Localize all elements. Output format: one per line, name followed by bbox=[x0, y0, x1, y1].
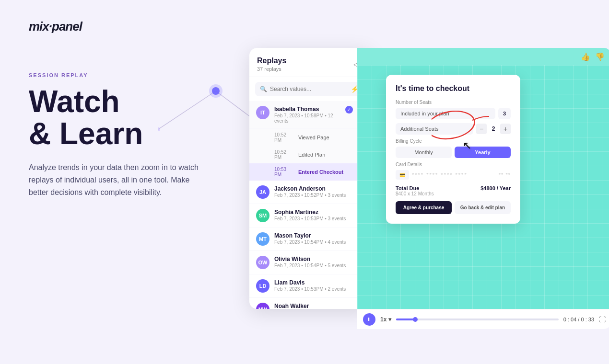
avatar: OW bbox=[256, 256, 269, 269]
user-name: Liam Davis bbox=[274, 279, 353, 286]
purchase-button[interactable]: Agree & purchase bbox=[396, 201, 452, 214]
list-item[interactable]: JA Jackson Anderson Feb 7, 2023 • 10:52P… bbox=[249, 181, 369, 204]
sidebar-header: Replays 37 replays ◁ bbox=[249, 48, 369, 77]
event-name: Viewed Page bbox=[298, 135, 329, 140]
user-info: Liam Davis Feb 7, 2023 • 10:53PM • 2 eve… bbox=[274, 279, 353, 292]
user-name: Noah Walker bbox=[274, 303, 353, 309]
user-meta: Feb 7, 2023 • 10:54PM • 5 events bbox=[274, 263, 353, 268]
list-item[interactable]: OW Olivia Wilson Feb 7, 2023 • 10:54PM •… bbox=[249, 251, 369, 274]
additional-row: Additional Seats − 2 + bbox=[396, 123, 511, 135]
total-label: Total Due bbox=[396, 185, 434, 191]
event-time: 10:53 PM bbox=[274, 167, 294, 177]
progress-dot bbox=[413, 317, 418, 322]
total-price: $4800 / Year bbox=[480, 185, 511, 191]
search-input[interactable] bbox=[270, 86, 348, 92]
avatar: IT bbox=[256, 106, 269, 119]
event-row[interactable]: 10:52 PM Viewed Page bbox=[249, 129, 369, 146]
user-name: Sophia Martinez bbox=[274, 209, 353, 216]
progress-fill bbox=[396, 318, 416, 320]
card-icon: 💳 bbox=[396, 170, 409, 180]
avatar: JA bbox=[256, 185, 269, 199]
event-row[interactable]: 10:52 PM Edited Plan bbox=[249, 146, 369, 163]
increment-button[interactable]: + bbox=[500, 124, 511, 134]
replay-content: It's time to checkout Number of Seats In… bbox=[357, 65, 609, 309]
card-number-placeholder: **** **** **** **** bbox=[412, 172, 496, 178]
user-name: Olivia Wilson bbox=[274, 256, 353, 262]
card-row: 💳 **** **** **** **** ** ** bbox=[396, 170, 511, 180]
user-info: Isabella Thomas Feb 7, 2023 • 10:58PM • … bbox=[274, 106, 340, 124]
avatar: SM bbox=[256, 209, 269, 222]
card-expiry: ** ** bbox=[499, 172, 511, 178]
additional-field: Additional Seats bbox=[396, 123, 473, 135]
edit-plan-button[interactable]: Go back & edit plan bbox=[455, 201, 511, 214]
avatar: MT bbox=[256, 232, 269, 246]
playback-bar: ⏸ 1x ▾ 0 : 04 / 0 : 33 ⛶ bbox=[357, 309, 609, 329]
user-name: Jackson Anderson bbox=[274, 185, 353, 192]
pause-button[interactable]: ⏸ bbox=[363, 313, 375, 326]
card-label: Card Details bbox=[396, 162, 511, 167]
checkout-title: It's time to checkout bbox=[396, 84, 511, 93]
decrement-button[interactable]: − bbox=[476, 124, 487, 134]
user-meta: Feb 7, 2023 • 10:52PM • 3 events bbox=[274, 193, 353, 198]
list-item[interactable]: NW Noah Walker Feb 7, 2023 • 10:54PM • 3… bbox=[249, 298, 369, 309]
sidebar-count: 37 replays bbox=[257, 66, 286, 72]
monthly-option[interactable]: Monthly bbox=[396, 147, 452, 158]
event-name: Entered Checkout bbox=[298, 169, 343, 175]
right-panel: Replays 37 replays ◁ 🔍 ⚡ IT Isabella Tho… bbox=[245, 0, 609, 364]
user-info: Sophia Martinez Feb 7, 2023 • 10:53PM • … bbox=[274, 209, 353, 221]
included-count: 3 bbox=[498, 108, 511, 119]
included-field: Included in your plan bbox=[396, 108, 495, 119]
user-meta: Feb 7, 2023 • 10:58PM • 12 events bbox=[274, 113, 340, 124]
user-meta: Feb 7, 2023 • 10:53PM • 2 events bbox=[274, 286, 353, 292]
total-sub: $400 x 12 Months bbox=[396, 191, 434, 196]
replay-sidebar: Replays 37 replays ◁ 🔍 ⚡ IT Isabella Tho… bbox=[249, 48, 369, 309]
event-name: Edited Plan bbox=[298, 152, 325, 158]
included-row: Included in your plan 3 bbox=[396, 108, 511, 119]
hero-description: Analyze trends in your data then zoom in… bbox=[29, 161, 211, 198]
yearly-option[interactable]: Yearly bbox=[455, 147, 511, 158]
list-item[interactable]: LD Liam Davis Feb 7, 2023 • 10:53PM • 2 … bbox=[249, 274, 369, 298]
event-row-active[interactable]: 10:53 PM Entered Checkout bbox=[249, 163, 369, 181]
user-info: Jackson Anderson Feb 7, 2023 • 10:52PM •… bbox=[274, 185, 353, 198]
list-item[interactable]: SM Sophia Martinez Feb 7, 2023 • 10:53PM… bbox=[249, 204, 369, 228]
action-buttons: Agree & purchase Go back & edit plan bbox=[396, 201, 511, 214]
total-row: Total Due $400 x 12 Months $4800 / Year bbox=[396, 185, 511, 196]
session-label: SESSION REPLAY bbox=[29, 72, 230, 78]
hero-title: Watch & Learn bbox=[29, 86, 230, 150]
speed-button[interactable]: 1x ▾ bbox=[380, 316, 391, 323]
stepper: − 2 + bbox=[476, 124, 511, 134]
user-list: IT Isabella Thomas Feb 7, 2023 • 10:58PM… bbox=[249, 101, 369, 309]
user-info: Noah Walker Feb 7, 2023 • 10:54PM • 3 ev… bbox=[274, 303, 353, 309]
logo: mix·panel bbox=[29, 19, 230, 34]
replay-top-bar: 👍 👎 bbox=[357, 48, 609, 65]
user-meta: Feb 7, 2023 • 10:54PM • 4 events bbox=[274, 239, 353, 245]
search-icon: 🔍 bbox=[260, 86, 267, 92]
user-name: Mason Taylor bbox=[274, 232, 353, 239]
left-panel: mix·panel SESSION REPLAY Watch & Learn A… bbox=[0, 0, 259, 364]
list-item[interactable]: MT Mason Taylor Feb 7, 2023 • 10:54PM • … bbox=[249, 228, 369, 251]
avatar: NW bbox=[256, 303, 269, 309]
progress-track[interactable] bbox=[396, 318, 559, 320]
user-info: Mason Taylor Feb 7, 2023 • 10:54PM • 4 e… bbox=[274, 232, 353, 245]
user-name: Isabella Thomas bbox=[274, 106, 340, 113]
list-item[interactable]: IT Isabella Thomas Feb 7, 2023 • 10:58PM… bbox=[249, 101, 369, 129]
event-time: 10:52 PM bbox=[274, 149, 294, 160]
fullscreen-button[interactable]: ⛶ bbox=[599, 316, 606, 323]
stepper-value: 2 bbox=[489, 125, 498, 132]
seats-label: Number of Seats bbox=[396, 100, 511, 105]
thumbs-down-icon[interactable]: 👎 bbox=[595, 52, 605, 61]
search-bar[interactable]: 🔍 ⚡ bbox=[255, 82, 363, 96]
sidebar-title: Replays bbox=[257, 57, 286, 65]
checkout-card: It's time to checkout Number of Seats In… bbox=[386, 75, 520, 224]
replay-window: 👍 👎 It's time to checkout Number of Seat… bbox=[357, 48, 609, 309]
billing-label: Billing Cycle bbox=[396, 138, 511, 144]
user-meta: Feb 7, 2023 • 10:53PM • 3 events bbox=[274, 216, 353, 221]
time-display: 0 : 04 / 0 : 33 bbox=[563, 317, 594, 322]
avatar: LD bbox=[256, 279, 269, 293]
user-info: Olivia Wilson Feb 7, 2023 • 10:54PM • 5 … bbox=[274, 256, 353, 268]
billing-row: Monthly Yearly bbox=[396, 147, 511, 158]
thumbs-up-icon[interactable]: 👍 bbox=[581, 52, 590, 61]
event-time: 10:52 PM bbox=[274, 132, 294, 143]
user-check-icon: ✓ bbox=[345, 106, 353, 114]
